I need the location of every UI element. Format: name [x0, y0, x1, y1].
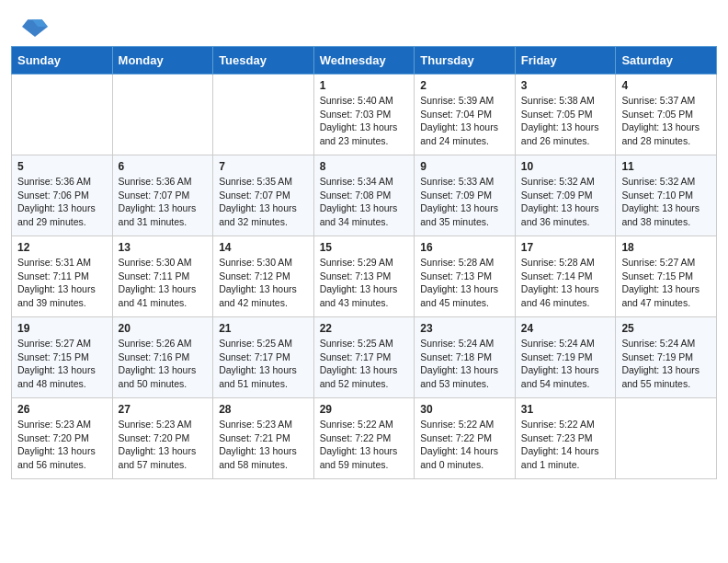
day-number: 1	[320, 79, 409, 92]
day-number: 13	[119, 241, 208, 254]
day-number: 27	[119, 403, 208, 416]
calendar-cell: 6Sunrise: 5:36 AM Sunset: 7:07 PM Daylig…	[112, 155, 213, 236]
day-number: 19	[17, 322, 107, 335]
day-number: 24	[521, 322, 610, 335]
day-detail: Sunrise: 5:22 AM Sunset: 7:23 PM Dayligh…	[521, 418, 610, 472]
week-row-2: 12Sunrise: 5:31 AM Sunset: 7:11 PM Dayli…	[12, 236, 717, 317]
calendar-cell: 14Sunrise: 5:30 AM Sunset: 7:12 PM Dayli…	[213, 236, 314, 317]
logo	[22, 17, 51, 37]
day-number: 15	[320, 241, 409, 254]
day-number: 12	[17, 241, 107, 254]
calendar-cell	[12, 75, 113, 155]
calendar-cell: 1Sunrise: 5:40 AM Sunset: 7:03 PM Daylig…	[313, 75, 415, 155]
day-number: 22	[320, 322, 409, 335]
calendar-cell: 23Sunrise: 5:24 AM Sunset: 7:18 PM Dayli…	[415, 317, 516, 398]
day-detail: Sunrise: 5:25 AM Sunset: 7:17 PM Dayligh…	[219, 337, 308, 391]
logo-icon	[22, 17, 48, 37]
calendar-cell: 26Sunrise: 5:23 AM Sunset: 7:20 PM Dayli…	[12, 398, 113, 479]
day-detail: Sunrise: 5:40 AM Sunset: 7:03 PM Dayligh…	[320, 94, 409, 148]
day-detail: Sunrise: 5:38 AM Sunset: 7:05 PM Dayligh…	[521, 94, 610, 148]
day-number: 25	[621, 322, 711, 335]
calendar-body: 1Sunrise: 5:40 AM Sunset: 7:03 PM Daylig…	[12, 75, 717, 479]
day-number: 7	[219, 160, 308, 173]
calendar-cell: 25Sunrise: 5:24 AM Sunset: 7:19 PM Dayli…	[616, 317, 717, 398]
day-number: 3	[521, 79, 610, 92]
day-detail: Sunrise: 5:30 AM Sunset: 7:12 PM Dayligh…	[219, 256, 308, 310]
header-row: SundayMondayTuesdayWednesdayThursdayFrid…	[12, 47, 717, 75]
day-detail: Sunrise: 5:34 AM Sunset: 7:08 PM Dayligh…	[320, 175, 409, 229]
day-number: 20	[119, 322, 208, 335]
weekday-header-tuesday: Tuesday	[213, 47, 314, 75]
day-number: 14	[219, 241, 308, 254]
calendar-cell: 3Sunrise: 5:38 AM Sunset: 7:05 PM Daylig…	[515, 75, 616, 155]
day-number: 16	[420, 241, 509, 254]
calendar-cell: 24Sunrise: 5:24 AM Sunset: 7:19 PM Dayli…	[515, 317, 616, 398]
day-detail: Sunrise: 5:28 AM Sunset: 7:13 PM Dayligh…	[420, 256, 509, 310]
day-detail: Sunrise: 5:31 AM Sunset: 7:11 PM Dayligh…	[17, 256, 107, 310]
day-number: 31	[521, 403, 610, 416]
day-detail: Sunrise: 5:22 AM Sunset: 7:22 PM Dayligh…	[420, 418, 509, 472]
week-row-1: 5Sunrise: 5:36 AM Sunset: 7:06 PM Daylig…	[12, 155, 717, 236]
day-number: 23	[420, 322, 509, 335]
day-number: 18	[621, 241, 711, 254]
calendar-cell: 5Sunrise: 5:36 AM Sunset: 7:06 PM Daylig…	[12, 155, 113, 236]
calendar-cell: 18Sunrise: 5:27 AM Sunset: 7:15 PM Dayli…	[616, 236, 717, 317]
day-number: 2	[420, 79, 509, 92]
day-detail: Sunrise: 5:37 AM Sunset: 7:05 PM Dayligh…	[621, 94, 711, 148]
day-number: 29	[320, 403, 409, 416]
calendar-container: SundayMondayTuesdayWednesdayThursdayFrid…	[0, 46, 728, 490]
weekday-header-monday: Monday	[112, 47, 213, 75]
calendar-cell: 27Sunrise: 5:23 AM Sunset: 7:20 PM Dayli…	[112, 398, 213, 479]
day-number: 8	[320, 160, 409, 173]
calendar-cell: 31Sunrise: 5:22 AM Sunset: 7:23 PM Dayli…	[515, 398, 616, 479]
calendar-table: SundayMondayTuesdayWednesdayThursdayFrid…	[11, 46, 717, 479]
day-detail: Sunrise: 5:23 AM Sunset: 7:20 PM Dayligh…	[17, 418, 107, 472]
weekday-header-friday: Friday	[515, 47, 616, 75]
day-detail: Sunrise: 5:26 AM Sunset: 7:16 PM Dayligh…	[119, 337, 208, 391]
calendar-cell: 8Sunrise: 5:34 AM Sunset: 7:08 PM Daylig…	[313, 155, 415, 236]
day-detail: Sunrise: 5:24 AM Sunset: 7:19 PM Dayligh…	[521, 337, 610, 391]
day-detail: Sunrise: 5:24 AM Sunset: 7:18 PM Dayligh…	[420, 337, 509, 391]
day-number: 17	[521, 241, 610, 254]
day-detail: Sunrise: 5:32 AM Sunset: 7:10 PM Dayligh…	[621, 175, 711, 229]
weekday-header-wednesday: Wednesday	[313, 47, 415, 75]
weekday-header-saturday: Saturday	[616, 47, 717, 75]
week-row-0: 1Sunrise: 5:40 AM Sunset: 7:03 PM Daylig…	[12, 75, 717, 155]
calendar-cell: 7Sunrise: 5:35 AM Sunset: 7:07 PM Daylig…	[213, 155, 314, 236]
day-number: 10	[521, 160, 610, 173]
day-detail: Sunrise: 5:28 AM Sunset: 7:14 PM Dayligh…	[521, 256, 610, 310]
calendar-cell: 20Sunrise: 5:26 AM Sunset: 7:16 PM Dayli…	[112, 317, 213, 398]
calendar-cell: 17Sunrise: 5:28 AM Sunset: 7:14 PM Dayli…	[515, 236, 616, 317]
week-row-3: 19Sunrise: 5:27 AM Sunset: 7:15 PM Dayli…	[12, 317, 717, 398]
weekday-header-sunday: Sunday	[12, 47, 113, 75]
calendar-cell: 19Sunrise: 5:27 AM Sunset: 7:15 PM Dayli…	[12, 317, 113, 398]
calendar-cell: 15Sunrise: 5:29 AM Sunset: 7:13 PM Dayli…	[313, 236, 415, 317]
calendar-cell: 16Sunrise: 5:28 AM Sunset: 7:13 PM Dayli…	[415, 236, 516, 317]
week-row-4: 26Sunrise: 5:23 AM Sunset: 7:20 PM Dayli…	[12, 398, 717, 479]
day-number: 9	[420, 160, 509, 173]
day-detail: Sunrise: 5:35 AM Sunset: 7:07 PM Dayligh…	[219, 175, 308, 229]
calendar-cell: 11Sunrise: 5:32 AM Sunset: 7:10 PM Dayli…	[616, 155, 717, 236]
day-detail: Sunrise: 5:24 AM Sunset: 7:19 PM Dayligh…	[621, 337, 711, 391]
calendar-cell: 12Sunrise: 5:31 AM Sunset: 7:11 PM Dayli…	[12, 236, 113, 317]
calendar-cell	[112, 75, 213, 155]
day-number: 11	[621, 160, 711, 173]
calendar-header: SundayMondayTuesdayWednesdayThursdayFrid…	[12, 47, 717, 75]
calendar-cell: 10Sunrise: 5:32 AM Sunset: 7:09 PM Dayli…	[515, 155, 616, 236]
calendar-cell: 28Sunrise: 5:23 AM Sunset: 7:21 PM Dayli…	[213, 398, 314, 479]
day-number: 28	[219, 403, 308, 416]
day-detail: Sunrise: 5:23 AM Sunset: 7:20 PM Dayligh…	[119, 418, 208, 472]
calendar-cell: 13Sunrise: 5:30 AM Sunset: 7:11 PM Dayli…	[112, 236, 213, 317]
calendar-cell: 9Sunrise: 5:33 AM Sunset: 7:09 PM Daylig…	[415, 155, 516, 236]
day-number: 26	[17, 403, 107, 416]
calendar-cell: 29Sunrise: 5:22 AM Sunset: 7:22 PM Dayli…	[313, 398, 415, 479]
day-detail: Sunrise: 5:36 AM Sunset: 7:07 PM Dayligh…	[119, 175, 208, 229]
day-detail: Sunrise: 5:36 AM Sunset: 7:06 PM Dayligh…	[17, 175, 107, 229]
day-detail: Sunrise: 5:22 AM Sunset: 7:22 PM Dayligh…	[320, 418, 409, 472]
day-detail: Sunrise: 5:39 AM Sunset: 7:04 PM Dayligh…	[420, 94, 509, 148]
calendar-cell: 30Sunrise: 5:22 AM Sunset: 7:22 PM Dayli…	[415, 398, 516, 479]
day-number: 6	[119, 160, 208, 173]
day-number: 5	[17, 160, 107, 173]
day-number: 21	[219, 322, 308, 335]
calendar-cell: 21Sunrise: 5:25 AM Sunset: 7:17 PM Dayli…	[213, 317, 314, 398]
